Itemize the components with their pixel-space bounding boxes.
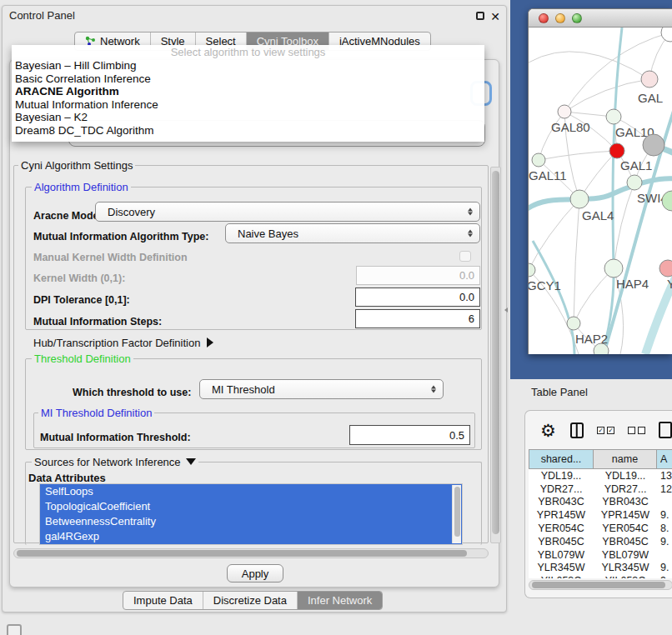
table-cell: 9. (657, 508, 672, 522)
apply-button[interactable]: Apply (227, 564, 283, 582)
cyni-bottom-tabbar: Impute DataDiscretize DataInfer Network (123, 591, 383, 610)
table-cell: YBR043C (594, 496, 657, 509)
network-edge[interactable] (564, 79, 649, 112)
table-row[interactable]: YBL079WYBL079W (529, 548, 672, 562)
table-row[interactable]: YIL053CYIL053C9 (529, 574, 672, 578)
network-edge[interactable] (529, 52, 649, 79)
table-row[interactable]: YPR145WYPR145W9. (529, 508, 672, 522)
node-gal4[interactable] (570, 190, 589, 208)
hub-tf-definition-toggle[interactable]: Hub/Transcription Factor Definition (33, 337, 213, 349)
node-gal80[interactable] (558, 105, 571, 118)
table-cell: YBR043C (529, 496, 594, 509)
float-window-icon[interactable] (476, 12, 484, 20)
table-cell (657, 496, 672, 509)
network-edge[interactable] (574, 199, 579, 323)
kernel-width-field[interactable]: 0.0 (356, 266, 480, 285)
mi-threshold-field[interactable]: 0.5 (349, 425, 470, 445)
sources-group-title[interactable]: Sources for Network Inference (32, 457, 198, 468)
list-scrollbar[interactable] (452, 485, 461, 543)
table-row[interactable]: YER054CYER054C8. (529, 522, 672, 535)
node-gal[interactable] (641, 71, 658, 88)
node[interactable] (643, 134, 664, 156)
node-y[interactable] (659, 260, 672, 277)
node-label: GAL1 (620, 158, 652, 172)
select-all-icon[interactable]: ✓✓ (597, 427, 614, 434)
manual-kernel-width-checkbox[interactable] (459, 251, 471, 262)
algorithm-option[interactable]: Basic Correlation Inference (12, 72, 484, 86)
node-gcy1[interactable] (529, 263, 535, 277)
table-cell: YPR145W (594, 508, 657, 522)
table-cell (657, 548, 672, 562)
table-cell: 9. (657, 535, 672, 548)
node-gal11[interactable] (532, 153, 545, 167)
table-cell: YDR27... (594, 482, 657, 496)
algorithm-option[interactable]: Bayesian – K2 (12, 111, 484, 124)
node[interactable] (661, 28, 672, 42)
panel-divider-handle[interactable] (504, 306, 509, 314)
aracne-mode-select[interactable]: Discovery (95, 202, 480, 222)
network-window-titlebar[interactable] (529, 9, 672, 28)
tab-impute-data[interactable]: Impute Data (123, 592, 203, 609)
attribute-item[interactable]: SelfLoops (40, 484, 462, 499)
column-header[interactable]: name (594, 449, 657, 469)
dpi-tolerance-label: DPI Tolerance [0,1]: (33, 294, 130, 306)
attribute-item[interactable]: gal4RGexp (40, 529, 462, 544)
table-cell: 13 (657, 469, 672, 482)
node-gal1[interactable] (609, 143, 624, 158)
new-table-icon[interactable] (659, 422, 672, 438)
panel-title: Control Panel (9, 9, 75, 22)
corner-button[interactable] (7, 624, 22, 635)
dpi-tolerance-field[interactable]: 0.0 (355, 288, 480, 307)
table-row[interactable]: YDL19...YDL19...13 (529, 469, 672, 482)
data-attributes-list[interactable]: SelfLoopsTopologicalCoefficientBetweenne… (39, 483, 463, 545)
tab-infer-network[interactable]: Infer Network (298, 592, 382, 609)
table-panel-title: Table Panel (531, 386, 588, 398)
algorithm-option[interactable]: ARACNE Algorithm (12, 85, 484, 98)
node-hap4[interactable] (604, 259, 623, 278)
algorithm-option[interactable]: Mutual Information Inference (12, 98, 484, 112)
table-row[interactable]: YDR27...YDR27...12 (529, 482, 672, 496)
settings-gear-icon[interactable]: ⚙ (540, 422, 556, 439)
deselect-all-icon[interactable] (628, 427, 645, 434)
algorithm-option[interactable]: Dream8 DC_TDC Algorithm (12, 124, 484, 138)
node-gal10[interactable] (606, 109, 621, 124)
attribute-item[interactable]: BetweennessCentrality (40, 514, 462, 529)
network-edge[interactable] (529, 199, 579, 270)
table-row[interactable]: YBR043CYBR043C (529, 496, 672, 509)
network-edge[interactable] (533, 241, 574, 354)
settings-vertical-scrollbar[interactable] (490, 167, 501, 543)
network-edge[interactable] (574, 268, 614, 323)
split-columns-icon[interactable] (570, 422, 584, 438)
threshold-definition-title: Threshold Definition (32, 353, 133, 364)
settings-horizontal-scrollbar[interactable] (13, 548, 489, 558)
node-table[interactable]: shared...nameAYDL19...YDL19...13YDR27...… (529, 449, 672, 578)
tab-discretize-data[interactable]: Discretize Data (203, 592, 298, 609)
close-icon[interactable]: ✕ (490, 12, 500, 22)
table-cell: YBR045C (594, 535, 657, 548)
table-row[interactable]: YBR045CYBR045C9. (529, 535, 672, 548)
close-traffic-light-icon[interactable] (539, 13, 549, 23)
column-header[interactable]: shared... (529, 449, 594, 469)
column-header[interactable]: A (657, 449, 672, 469)
table-horizontal-scrollbar[interactable] (529, 580, 672, 590)
mi-algorithm-type-select[interactable]: Naive Bayes (225, 223, 480, 243)
node[interactable] (594, 343, 609, 354)
node-label: Y (667, 277, 672, 291)
which-threshold-select[interactable]: MI Threshold (199, 379, 444, 399)
network-window: GALGAL80GAL10GAL1GAL11SWI4GAL4GCY1HAP4YH… (528, 8, 672, 354)
table-row[interactable]: YLR345WYLR345W9. (529, 562, 672, 575)
mi-algorithm-type-label: Mutual Information Algorithm Type: (33, 231, 208, 242)
attribute-item[interactable]: TopologicalCoefficient (40, 499, 462, 514)
zoom-traffic-light-icon[interactable] (572, 13, 582, 23)
network-graph: GALGAL80GAL10GAL1GAL11SWI4GAL4GCY1HAP4YH… (529, 28, 672, 354)
network-edge[interactable] (539, 151, 617, 160)
node-swi4[interactable] (627, 175, 642, 190)
network-edge[interactable] (539, 112, 564, 160)
algorithm-option[interactable]: Bayesian – Hill Climbing (12, 59, 484, 72)
minimize-traffic-light-icon[interactable] (555, 13, 565, 23)
algorithm-dropdown-popup: Select algorithm to view settings Bayesi… (12, 45, 484, 142)
table-cell: YER054C (594, 522, 657, 535)
network-canvas[interactable]: GALGAL80GAL10GAL1GAL11SWI4GAL4GCY1HAP4YH… (529, 28, 672, 354)
node-hap2[interactable] (567, 317, 580, 330)
mi-steps-field[interactable]: 6 (355, 309, 480, 328)
